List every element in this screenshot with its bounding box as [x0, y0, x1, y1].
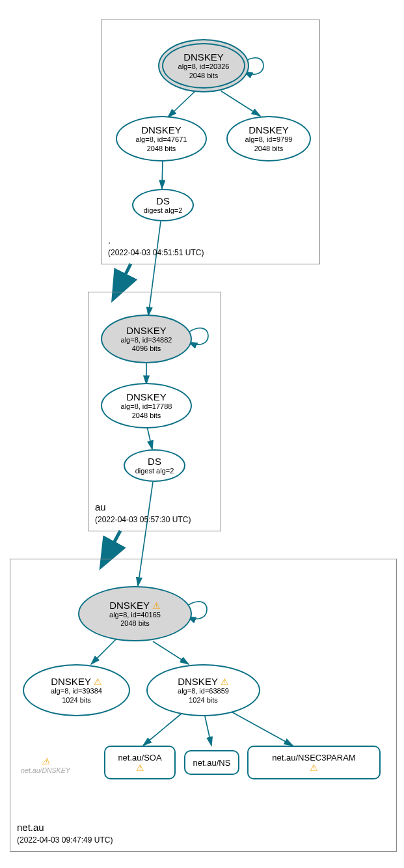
node-au-zsk: DNSKEY alg=8, id=17788 2048 bits — [101, 383, 192, 428]
node-au-ksk: DNSKEY alg=8, id=34882 4096 bits — [101, 315, 192, 363]
node-sub1: alg=8, id=47671 — [136, 135, 187, 144]
node-sub2: 1024 bits — [62, 696, 91, 705]
node-sub1: alg=8, id=9799 — [245, 135, 293, 144]
node-title: DNSKEY — [51, 676, 102, 687]
warning-icon — [94, 677, 102, 687]
node-sub1: alg=8, id=63859 — [178, 687, 229, 695]
node-title-text: DNSKEY — [109, 600, 149, 611]
zone-root-ts: (2022-04-03 04:51:51 UTC) — [108, 248, 204, 257]
node-sub1: digest alg=2 — [144, 206, 183, 215]
node-sub1: digest alg=2 — [135, 467, 174, 475]
node-sub2: 2048 bits — [147, 145, 176, 153]
record-label: net.au/SOA — [118, 753, 161, 763]
node-sub2: 4096 bits — [132, 344, 161, 353]
zone-netau-name: net.au — [17, 822, 44, 833]
node-netau-ksk: DNSKEY alg=8, id=40165 2048 bits — [78, 586, 192, 641]
record-nsec3param: net.au/NSEC3PARAM — [247, 746, 381, 779]
node-title: DNSKEY — [141, 124, 182, 135]
zone-au-name: au — [95, 501, 106, 512]
node-title: DNSKEY — [109, 600, 161, 611]
zone-root-name: . — [108, 234, 111, 245]
node-sub1: alg=8, id=39384 — [51, 687, 102, 695]
record-label: net.au/NS — [193, 758, 231, 768]
node-sub2: 1024 bits — [189, 696, 218, 705]
node-sub2: 2048 bits — [254, 145, 284, 153]
node-sub2: 2048 bits — [189, 72, 219, 80]
warning-icon — [42, 756, 50, 766]
node-root-ksk: DNSKEY alg=8, id=20326 2048 bits — [158, 39, 249, 92]
node-sub2: 2048 bits — [120, 619, 150, 628]
node-title: DNSKEY — [249, 124, 289, 135]
node-sub1: alg=8, id=20326 — [178, 63, 230, 71]
node-sub2: 2048 bits — [132, 412, 161, 420]
warning-icon — [136, 763, 144, 773]
node-title: DS — [148, 456, 161, 467]
node-netau-zsk2: DNSKEY alg=8, id=63859 1024 bits — [146, 664, 260, 716]
node-netau-zsk1: DNSKEY alg=8, id=39384 1024 bits — [23, 664, 130, 716]
node-title: DNSKEY — [183, 51, 224, 63]
record-label: net.au/NSEC3PARAM — [272, 753, 355, 763]
node-title: DNSKEY — [178, 676, 229, 687]
node-root-zsk2: DNSKEY alg=8, id=9799 2048 bits — [226, 116, 311, 161]
warning-icon — [310, 763, 318, 773]
node-sub1: alg=8, id=34882 — [121, 336, 172, 344]
node-title: DNSKEY — [126, 325, 167, 336]
node-au-ds: DS digest alg=2 — [124, 449, 185, 482]
warning-icon — [152, 600, 161, 611]
node-title-text: DNSKEY — [51, 676, 90, 687]
record-ns: net.au/NS — [184, 750, 239, 775]
record-soa: net.au/SOA — [104, 746, 176, 779]
zone-netau-ts: (2022-04-03 09:47:49 UTC) — [17, 835, 113, 845]
warn-note-netau-dnskey: net.au/DNSKEY — [20, 755, 72, 774]
node-title: DNSKEY — [126, 391, 167, 402]
node-sub1: alg=8, id=40165 — [109, 611, 161, 619]
node-root-ds: DS digest alg=2 — [132, 189, 194, 221]
node-sub1: alg=8, id=17788 — [121, 402, 172, 411]
zone-au-ts: (2022-04-03 05:57:30 UTC) — [95, 515, 191, 524]
node-root-zsk: DNSKEY alg=8, id=47671 2048 bits — [116, 116, 207, 161]
warning-icon — [221, 677, 229, 687]
warn-note-text: net.au/DNSKEY — [20, 766, 72, 774]
node-title: DS — [156, 195, 170, 206]
node-title-text: DNSKEY — [178, 676, 217, 687]
